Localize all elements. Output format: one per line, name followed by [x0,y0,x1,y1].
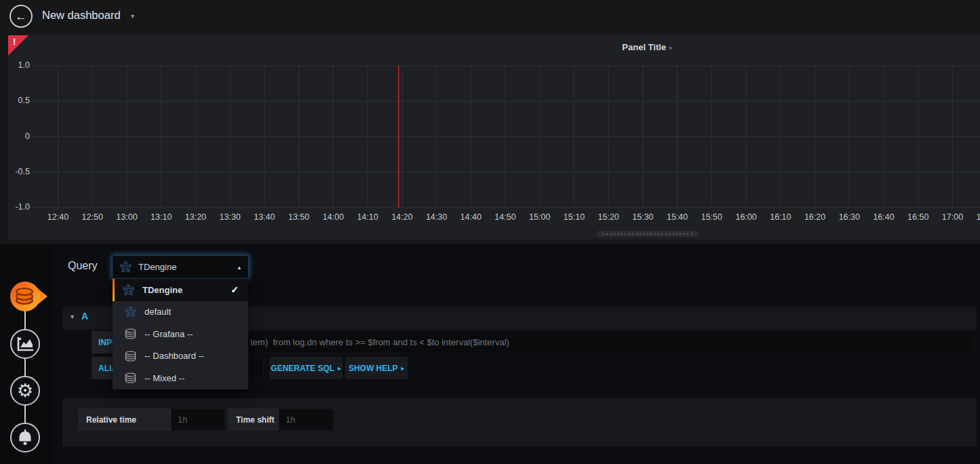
bell-icon [17,429,33,446]
chevron-up-icon: ▴ [237,264,241,271]
menu-item-label: -- Mixed -- [144,373,184,383]
graph-panel: ! Panel Title▾ 1.00.50-0.5-1.0 12:4012:5… [8,35,980,239]
panel-resize-handle[interactable] [597,231,699,237]
gear-icon: ⚙ [17,382,33,400]
tab-alert[interactable] [10,423,40,452]
menu-item-label: -- Dashboard -- [144,351,204,361]
query-editor-section: ⚙ Query TDengine ▴ [0,244,980,464]
collapse-caret-icon[interactable]: ▾ [71,313,74,320]
tab-visualization[interactable] [10,329,40,359]
datasource-value: TDengine [138,262,176,272]
chevron-down-icon: ▾ [669,45,672,52]
arrow-right-icon: ▸ [338,365,341,372]
panel-title: Panel Title [622,42,666,52]
arrow-right-icon: ▸ [401,365,405,372]
grip-dots-icon [603,233,692,235]
tab-general[interactable]: ⚙ [10,376,40,406]
y-tick: 1.0 [8,60,30,70]
database-icon [125,351,136,362]
generate-sql-label: GENERATE SQL [271,364,334,373]
input-sql-field[interactable] [155,331,975,353]
y-tick: -0.5 [8,167,30,176]
tab-connector-line [24,296,26,438]
relative-time-label: Relative time [78,408,171,431]
menu-item-dashboard[interactable]: -- Dashboard -- [113,345,248,368]
y-tick: 0.5 [8,96,30,105]
check-icon: ✓ [231,284,239,295]
x-tick: 17:10 [966,212,980,222]
database-icon [125,328,136,339]
tdengine-logo-icon [125,306,136,317]
time-shift-label: Time shift [228,408,279,431]
dashboard-title[interactable]: New dashboard [42,9,121,22]
back-button[interactable]: ← [9,5,33,28]
time-shift-input[interactable] [279,408,334,431]
menu-item-mixed[interactable]: -- Mixed -- [113,367,248,389]
database-icon [125,372,136,383]
menu-item-label: TDengine [142,285,182,295]
datasource-dropdown-menu: TDengine ✓ default -- [113,279,248,389]
panel-title-menu[interactable]: Panel Title▾ [8,41,980,53]
menu-item-label: default [144,307,171,317]
generate-sql-button[interactable]: GENERATE SQL ▸ [269,357,342,379]
y-tick: 0 [8,132,30,141]
chevron-down-icon[interactable]: ▾ [131,12,134,20]
y-tick: -1.0 [8,202,30,212]
menu-item-grafana[interactable]: -- Grafana -- [113,323,248,345]
tdengine-logo-icon [120,261,132,273]
relative-time-input[interactable] [171,408,225,431]
query-section-label: Query [68,260,98,272]
show-help-label: SHOW HELP [349,364,398,373]
query-ref-letter[interactable]: A [81,311,88,322]
arrow-left-icon: ← [16,11,27,22]
menu-item-tdengine[interactable]: TDengine ✓ [113,279,248,301]
tdengine-logo-icon [123,284,134,296]
chart-icon [16,336,34,352]
tab-queries[interactable] [9,281,49,315]
database-stack-icon [9,281,49,312]
selected-stripe [113,279,115,301]
menu-item-label: -- Grafana -- [144,329,193,339]
menu-item-default[interactable]: default [113,301,248,324]
top-bar: ← New dashboard ▾ [0,0,980,33]
datasource-select[interactable]: TDengine ▴ [113,256,248,278]
chart-grid [8,35,980,239]
show-help-button[interactable]: SHOW HELP ▸ [345,357,408,379]
